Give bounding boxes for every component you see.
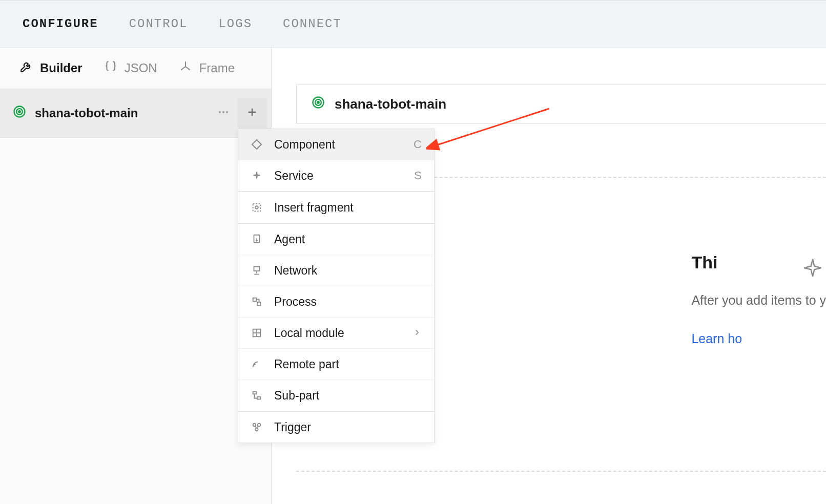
svg-rect-17 [257,397,260,400]
menu-local-module-label: Local module [274,326,344,340]
target-icon [12,104,27,122]
chevron-right-icon [412,326,422,340]
svg-rect-13 [253,298,256,301]
menu-remote-part[interactable]: Remote part [238,349,434,380]
menu-sub-part[interactable]: Sub-part [238,380,434,411]
wrench-icon [19,60,33,76]
sidebar-mode-json-label: JSON [125,61,157,75]
axes-icon [179,60,192,76]
svg-rect-9 [253,204,261,212]
svg-rect-16 [253,392,256,394]
plus-icon [246,107,258,120]
dots-icon [217,106,230,120]
agent-icon [250,232,264,246]
menu-service-shortcut: S [414,169,422,182]
remote-icon [250,357,264,371]
tree-root-label: shana-tobot-main [35,106,138,120]
menu-insert-fragment-label: Insert fragment [274,201,354,215]
menu-service[interactable]: Service S [238,160,434,192]
more-button[interactable] [212,101,235,125]
add-dropdown: Component C Service S Insert fragment Ag… [238,129,435,443]
menu-trigger-label: Trigger [274,421,311,434]
menu-component-shortcut: C [414,138,422,151]
network-icon [250,263,264,278]
add-button[interactable] [237,98,267,128]
menu-service-label: Service [274,169,314,183]
menu-sub-part-label: Sub-part [274,389,319,403]
menu-agent-label: Agent [274,233,305,246]
svg-rect-12 [254,267,260,271]
empty-state-subtext: After you add items to y [691,293,826,308]
svg-point-3 [219,111,221,113]
svg-point-5 [226,111,228,113]
tab-logs[interactable]: LOGS [218,17,252,31]
target-icon [311,95,325,113]
sidebar-mode-frame-label: Frame [199,61,235,75]
menu-network-label: Network [274,264,317,278]
sidebar-mode-frame[interactable]: Frame [179,60,235,76]
svg-point-10 [255,206,258,209]
tree-root-row[interactable]: shana-tobot-main [0,89,271,138]
empty-state-link[interactable]: Learn ho [691,331,826,346]
process-icon [250,295,264,309]
sidebar-mode-builder[interactable]: Builder [19,60,82,76]
menu-trigger[interactable]: Trigger [238,411,434,443]
menu-component[interactable]: Component C [238,129,434,160]
menu-insert-fragment[interactable]: Insert fragment [238,192,434,223]
svg-point-2 [18,111,20,113]
tab-configure[interactable]: CONFIGURE [23,17,98,31]
menu-process[interactable]: Process [238,286,434,318]
tab-connect[interactable]: CONNECT [283,17,342,31]
tab-control[interactable]: CONTROL [129,17,188,31]
menu-remote-part-label: Remote part [274,358,339,371]
menu-network[interactable]: Network [238,255,434,286]
menu-process-label: Process [274,295,317,309]
sparkle-small-icon [250,169,264,183]
module-icon [250,326,264,340]
empty-state: Thi After you add items to y Learn ho [660,253,826,346]
subpart-icon [250,388,264,403]
dashed-divider-bottom [296,471,826,472]
svg-point-4 [222,111,224,113]
menu-local-module[interactable]: Local module [238,318,434,349]
braces-icon [104,60,117,76]
breadcrumb: shana-tobot-main [296,85,826,124]
svg-point-8 [317,101,319,103]
tree-root-actions [212,98,267,128]
fragment-icon [250,200,264,215]
sidebar-modes: Builder JSON Frame [0,48,271,89]
empty-state-header: Thi [691,253,826,272]
svg-rect-14 [257,302,260,305]
sidebar-mode-builder-label: Builder [40,61,82,75]
sidebar: Builder JSON Frame [0,48,272,504]
menu-agent[interactable]: Agent [238,223,434,255]
diamond-icon [250,137,264,152]
trigger-icon [250,420,264,434]
menu-component-label: Component [274,138,335,152]
sidebar-mode-json[interactable]: JSON [104,60,157,76]
top-tabs: CONFIGURE CONTROL LOGS CONNECT [0,0,826,48]
tree-root-left: shana-tobot-main [12,104,138,122]
breadcrumb-label: shana-tobot-main [335,96,446,112]
svg-point-20 [255,428,258,431]
